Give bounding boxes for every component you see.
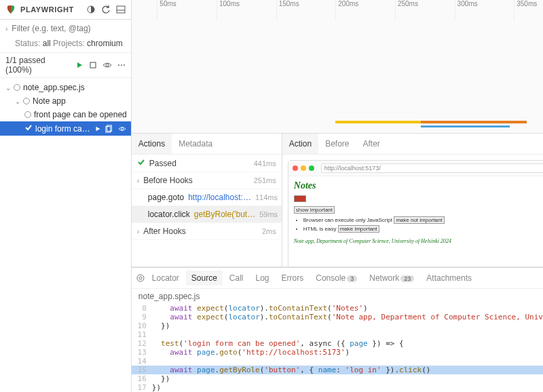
- tree-file[interactable]: ⌄ note_app.spec.js: [0, 81, 131, 94]
- check-icon: [24, 123, 33, 134]
- tab-source[interactable]: Source: [186, 271, 223, 286]
- tab-log[interactable]: Log: [250, 271, 275, 286]
- status-line: Status: all Projects: chromium: [0, 37, 131, 52]
- action-row[interactable]: Passed 441ms: [132, 155, 282, 172]
- tree-test-login-form[interactable]: login form ca…: [0, 121, 131, 136]
- chevron-right-icon[interactable]: ›: [5, 25, 7, 33]
- tab-console[interactable]: Console3: [310, 271, 362, 286]
- preview-snapshot: http://localhost:5173/ Notes show import…: [288, 160, 543, 267]
- check-icon: [137, 158, 145, 168]
- svg-point-4: [106, 64, 109, 66]
- filter-input[interactable]: [12, 24, 107, 33]
- tab-metadata[interactable]: Metadata: [172, 134, 219, 154]
- tab-locator[interactable]: Locator: [147, 271, 185, 286]
- timeline[interactable]: 50ms 100ms 150ms 200ms 250ms 300ms 350ms: [132, 0, 543, 134]
- source-code[interactable]: 8 await expect(locator).toContainText('N…: [132, 304, 543, 392]
- svg-point-7: [124, 64, 125, 66]
- traffic-yellow-icon: [301, 165, 306, 171]
- status-dot-icon: [14, 84, 20, 91]
- action-row[interactable]: page.goto http://localhost:… 114ms: [132, 189, 282, 206]
- timeline-bar: [421, 125, 510, 128]
- preview-url: http://localhost:5173/: [321, 163, 543, 173]
- chevron-right-icon: ›: [137, 177, 139, 184]
- tab-attachments[interactable]: Attachments: [421, 271, 477, 286]
- tree-label: Note app: [33, 96, 66, 106]
- action-row[interactable]: › Before Hooks 251ms: [132, 172, 282, 189]
- goto-source-icon[interactable]: [105, 125, 113, 133]
- tab-network[interactable]: Network23: [364, 271, 419, 286]
- watch-icon[interactable]: [117, 125, 127, 132]
- timeline-bar: [335, 121, 420, 123]
- traffic-red-icon: [293, 165, 298, 171]
- chevron-down-icon: ⌄: [5, 84, 11, 92]
- preview-heading: Notes: [294, 180, 543, 191]
- tree-label: login form ca…: [35, 124, 90, 134]
- pass-counter: 1/1 passed (100%): [5, 56, 71, 75]
- svg-point-10: [121, 128, 123, 130]
- chevron-down-icon: ⌄: [15, 98, 20, 105]
- flag-icon: [294, 195, 306, 202]
- theme-toggle-icon[interactable]: [86, 5, 96, 14]
- action-row[interactable]: › After Hooks 2ms: [132, 223, 282, 240]
- play-icon[interactable]: [94, 125, 101, 132]
- svg-point-6: [121, 64, 122, 66]
- timeline-bar: [421, 121, 527, 123]
- tab-after[interactable]: After: [356, 134, 387, 154]
- chevron-right-icon: ›: [137, 228, 139, 235]
- tab-errors[interactable]: Errors: [276, 271, 310, 286]
- bottom-tab-bar: Locator Source Call Log Errors Console3 …: [132, 267, 543, 289]
- svg-point-11: [137, 275, 144, 281]
- tree-label: note_app.spec.js: [23, 83, 85, 92]
- svg-point-5: [118, 64, 119, 66]
- action-row[interactable]: locator.click getByRole('but… 59ms: [132, 206, 282, 223]
- tree-label: front page can be opened: [34, 110, 127, 119]
- svg-rect-1: [117, 6, 125, 13]
- tree-describe[interactable]: ⌄ Note app: [0, 94, 131, 108]
- panel-layout-icon[interactable]: [116, 5, 126, 14]
- tab-call[interactable]: Call: [224, 271, 249, 286]
- more-icon[interactable]: [117, 61, 126, 69]
- watch-icon[interactable]: [102, 61, 112, 69]
- status-dot-icon: [23, 98, 30, 104]
- show-important-button: show important: [294, 206, 335, 214]
- traffic-green-icon: [309, 165, 314, 171]
- brand-label: PLAYWRIGHT: [20, 5, 74, 14]
- svg-rect-3: [90, 62, 96, 68]
- preview-footer: Note app, Department of Computer Science…: [294, 238, 543, 244]
- source-file-label: note_app.spec.js: [132, 289, 543, 304]
- tab-actions[interactable]: Actions: [132, 134, 172, 154]
- tree-test-front-page[interactable]: front page can be opened: [0, 108, 131, 121]
- target-icon[interactable]: [136, 273, 145, 283]
- play-icon[interactable]: [75, 61, 83, 69]
- status-dot-icon: [24, 111, 31, 118]
- tab-before[interactable]: Before: [318, 134, 356, 154]
- reload-icon[interactable]: [101, 5, 111, 14]
- svg-point-12: [139, 277, 142, 279]
- tab-action[interactable]: Action: [282, 134, 318, 154]
- stop-icon[interactable]: [89, 61, 97, 69]
- playwright-logo-icon: [5, 4, 16, 15]
